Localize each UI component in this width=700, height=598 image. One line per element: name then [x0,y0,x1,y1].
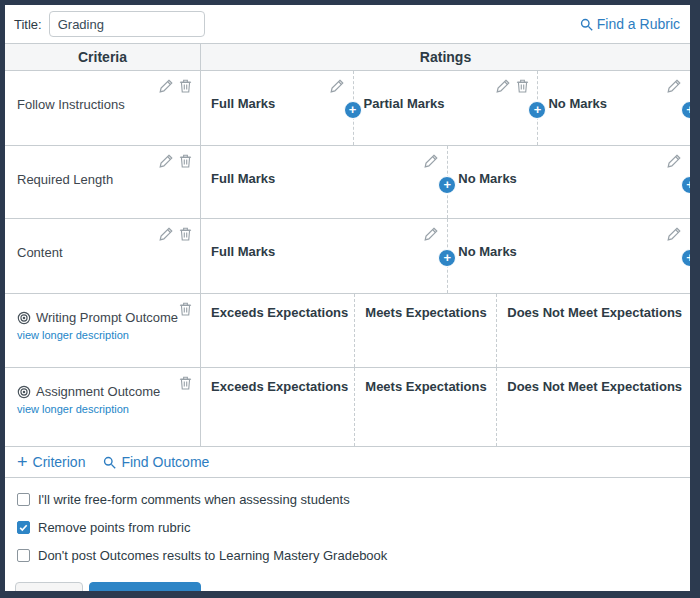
edit-icon[interactable] [667,78,682,93]
add-rating-button[interactable]: + [681,249,699,267]
criterion-row: Assignment Outcomeview longer descriptio… [5,368,690,447]
title-row: Title: Find a Rubric [5,5,690,43]
edit-icon[interactable] [159,153,174,168]
options-section: I'll write free-form comments when asses… [5,478,690,563]
add-criterion-link[interactable]: + Criterion [17,454,85,470]
rating-cell: Meets Expectations [355,294,497,367]
delete-icon[interactable] [179,301,192,316]
option-row: Remove points from rubric [17,520,678,535]
rating-cell: No Marks+ [448,219,690,293]
rating-cell-icons [667,226,682,241]
rating-cell: Exceeds Expectations [201,294,355,367]
outcome-icon [17,385,31,399]
delete-icon[interactable] [516,78,529,93]
rating-cell-icons [667,78,682,93]
option-row: Don't post Outcomes results to Learning … [17,548,678,563]
rubric-title-input[interactable] [49,11,205,37]
rating-cell: Partial Marks+ [354,71,539,145]
edit-icon[interactable] [159,226,174,241]
rating-name: No Marks [458,171,684,186]
free-form-comments-checkbox[interactable] [17,493,30,506]
edit-icon[interactable] [424,153,439,168]
dont-post-outcomes-checkbox[interactable] [17,549,30,562]
rubric-editor-window: Title: Find a Rubric Criteria Ratings Fo… [0,0,700,598]
criterion-name-row: Assignment Outcome [17,384,190,399]
delete-icon[interactable] [179,78,192,93]
rating-cell-icons [424,226,439,241]
search-icon [580,18,593,31]
cancel-button[interactable]: Cancel [15,582,83,598]
rating-cell: No Marks+ [538,71,690,145]
criterion-row: Required LengthFull Marks+No Marks+ [5,146,690,219]
rating-cell: Full Marks+ [201,146,448,218]
ratings-cells: Full Marks+No Marks+ [201,219,690,293]
rating-name: No Marks [548,96,684,111]
ratings-cells: Exceeds ExpectationsMeets ExpectationsDo… [201,294,690,367]
table-body: Follow InstructionsFull Marks+Partial Ma… [5,71,690,447]
ratings-cells: Exceeds ExpectationsMeets ExpectationsDo… [201,368,690,446]
rating-name: Does Not Meet Expectations [507,305,684,320]
criterion-row: Writing Prompt Outcomeview longer descri… [5,294,690,368]
actions-row: Cancel Update Rubric [5,576,690,598]
criterion-cell-icons [179,375,192,390]
rating-name: Partial Marks [364,96,532,111]
criteria-header: Criteria [5,44,201,70]
rating-name: Full Marks [211,171,441,186]
option-label: Don't post Outcomes results to Learning … [38,548,387,563]
rating-cell: No Marks+ [448,146,690,218]
criterion-name: Follow Instructions [17,97,190,112]
plus-icon: + [17,455,28,469]
delete-icon[interactable] [179,226,192,241]
rating-cell: Meets Expectations [355,368,497,446]
outcome-icon [17,311,31,325]
criterion-row: ContentFull Marks+No Marks+ [5,219,690,294]
rating-name: Meets Expectations [365,305,490,320]
find-outcome-link[interactable]: Find Outcome [103,454,209,470]
edit-icon[interactable] [330,78,345,93]
rating-cell: Full Marks+ [201,219,448,293]
rating-name: Full Marks [211,244,441,259]
rating-name: Does Not Meet Expectations [507,379,684,394]
add-rating-button[interactable]: + [681,101,699,119]
delete-icon[interactable] [179,153,192,168]
edit-icon[interactable] [667,153,682,168]
criterion-row: Follow InstructionsFull Marks+Partial Ma… [5,71,690,146]
rating-cell: Does Not Meet Expectations [497,294,690,367]
criterion-cell: Required Length [5,146,201,218]
remove-points-checkbox[interactable] [17,521,30,534]
add-rating-button[interactable]: + [344,101,362,119]
rating-cell: Does Not Meet Expectations [497,368,690,446]
delete-icon[interactable] [179,375,192,390]
criterion-name: Assignment Outcome [36,384,160,399]
criterion-cell-icons [159,78,192,93]
ratings-header: Ratings [201,44,690,70]
criterion-cell: Writing Prompt Outcomeview longer descri… [5,294,201,367]
rating-name: Full Marks [211,96,347,111]
add-rating-button[interactable]: + [681,176,699,194]
criterion-name-row: Writing Prompt Outcome [17,310,190,325]
table-header-row: Criteria Ratings [5,43,690,71]
rating-name: Exceeds Expectations [211,305,348,320]
find-a-rubric-link[interactable]: Find a Rubric [580,16,680,32]
title-label: Title: [14,17,42,32]
view-longer-description-link[interactable]: view longer description [17,329,129,341]
criterion-cell: Assignment Outcomeview longer descriptio… [5,368,201,446]
rating-cell-icons [496,78,529,93]
criterion-name: Content [17,245,190,260]
edit-icon[interactable] [667,226,682,241]
view-longer-description-link[interactable]: view longer description [17,403,129,415]
edit-icon[interactable] [159,78,174,93]
find-a-rubric-label: Find a Rubric [597,16,680,32]
edit-icon[interactable] [424,226,439,241]
ratings-cells: Full Marks+Partial Marks+No Marks+ [201,71,690,145]
rating-name: No Marks [458,244,684,259]
ratings-cells: Full Marks+No Marks+ [201,146,690,218]
criterion-cell-icons [159,153,192,168]
edit-icon[interactable] [496,78,511,93]
criterion-cell-icons [179,301,192,316]
criterion-cell: Content [5,219,201,293]
criterion-cell: Follow Instructions [5,71,201,145]
update-rubric-button[interactable]: Update Rubric [89,582,200,598]
rating-cell-icons [330,78,345,93]
criterion-name: Writing Prompt Outcome [36,310,178,325]
